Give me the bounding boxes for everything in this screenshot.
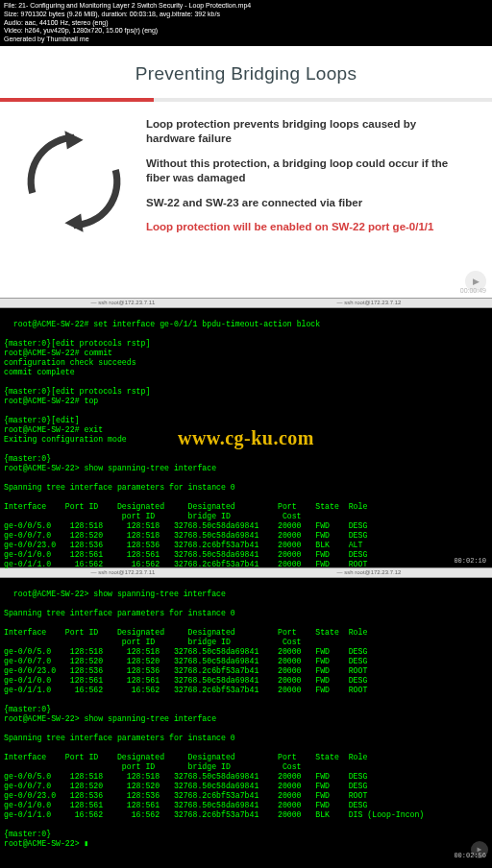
timestamp-2: 00:02:10 (454, 557, 486, 566)
meta-file: File: 21- Configuring and Monitoring Lay… (4, 2, 488, 11)
presentation-slide: Preventing Bridging Loops Loop protectio… (0, 46, 492, 298)
meta-video: Video: h264, yuv420p, 1280x720, 15.00 fp… (4, 27, 488, 36)
tab-ssh-2[interactable]: — ssh root@172.23.7.12 (337, 300, 402, 305)
bullet-2: Without this protection, a bridging loop… (146, 157, 467, 185)
timestamp-1: 00:00:49 (460, 287, 486, 294)
terminal-pane-2[interactable]: root@ACME-SW-22> show spanning-tree inte… (0, 578, 492, 862)
bullet-1: Loop protection prevents bridging loops … (146, 117, 467, 146)
slide-title: Preventing Bridging Loops (0, 46, 492, 98)
meta-audio: Audio: aac, 44100 Hz, stereo (eng) (4, 19, 488, 28)
terminal-pane-1[interactable]: root@ACME-SW-22# set interface ge-0/1/1 … (0, 308, 492, 567)
tab-ssh-1b[interactable]: — ssh root@172.23.7.11 (91, 569, 156, 575)
terminal-tabbar-1: — ssh root@172.23.7.11 — ssh root@172.23… (0, 298, 492, 308)
tab-ssh-2b[interactable]: — ssh root@172.23.7.12 (337, 569, 402, 575)
terminal-output-1: root@ACME-SW-22# set interface ge-0/1/1 … (4, 320, 367, 597)
meta-size: Size: 9701302 bytes (9.26 MiB), duration… (4, 11, 488, 19)
svg-marker-1 (64, 213, 83, 231)
tab-ssh-1[interactable]: — ssh root@172.23.7.11 (91, 300, 156, 305)
accent-rule (0, 98, 492, 102)
bullet-list: Loop protection prevents bridging loops … (138, 117, 467, 246)
file-metadata: File: 21- Configuring and Monitoring Lay… (0, 0, 492, 46)
terminal-output-2: root@ACME-SW-22> show spanning-tree inte… (4, 590, 424, 848)
meta-gen: Generated by Thumbnail me (4, 36, 488, 44)
refresh-arrows-icon (10, 117, 138, 246)
timestamp-3: 00:02:56 (454, 852, 486, 860)
svg-marker-0 (64, 131, 83, 149)
bullet-4: Loop protection will be enabled on SW-22… (146, 220, 467, 234)
bullet-3: SW-22 and SW-23 are connected via fiber (146, 196, 467, 210)
watermark: www.cg-ku.com (178, 426, 314, 449)
